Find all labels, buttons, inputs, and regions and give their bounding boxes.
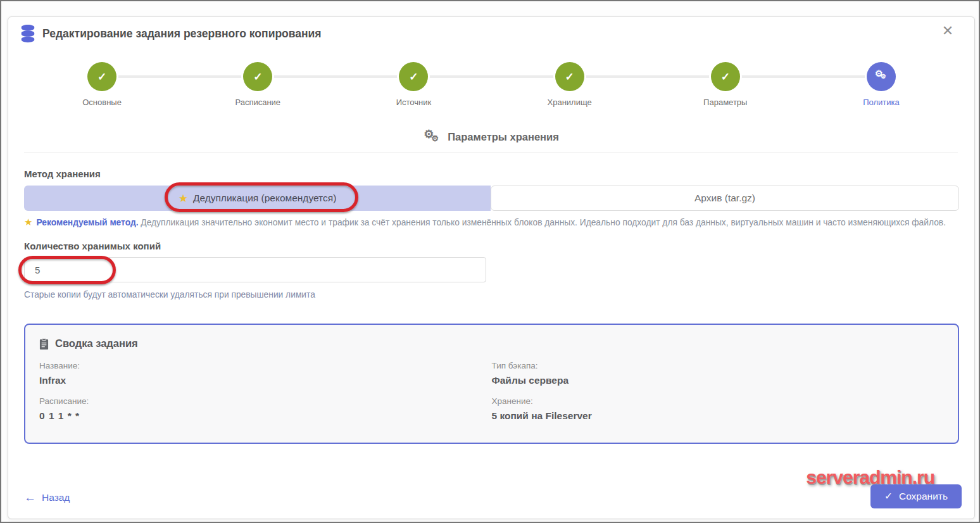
option-deduplication[interactable]: ★ Дедупликация (рекомендуется) (24, 186, 491, 211)
backup-job-edit-dialog: Редактирование задания резервного копиро… (8, 16, 975, 519)
storage-method-toggle: ★ Дедупликация (рекомендуется) Архив (ta… (24, 186, 959, 211)
summary-title: Сводка задания (39, 337, 944, 350)
step-source[interactable]: ✓ Источник (336, 62, 491, 107)
save-button[interactable]: ✓ Сохранить (870, 484, 962, 508)
step-schedule[interactable]: ✓ Расписание (180, 62, 336, 107)
summary-field-retention: Хранение: 5 копий на Fileserver (492, 396, 945, 422)
gears-icon: ⚙⚙ (424, 130, 440, 144)
check-icon: ✓ (884, 491, 893, 502)
copies-label: Количество хранимых копий (24, 241, 161, 251)
close-icon[interactable]: ✕ (938, 21, 958, 41)
step-basics[interactable]: ✓ Основные (24, 62, 180, 107)
job-summary-card: Сводка задания Название: Infrax Тип бэка… (24, 324, 959, 444)
dialog-header: Редактирование задания резервного копиро… (20, 25, 322, 42)
clipboard-icon (39, 338, 49, 350)
check-icon: ✓ (243, 62, 272, 91)
summary-field-name: Название: Infrax (39, 361, 492, 386)
check-icon: ✓ (399, 62, 428, 91)
database-icon (20, 25, 36, 42)
check-icon: ✓ (555, 62, 584, 91)
summary-grid: Название: Infrax Тип бэкапа: Файлы серве… (39, 361, 944, 422)
section-divider (24, 152, 958, 153)
check-icon: ✓ (87, 62, 116, 91)
dialog-title: Редактирование задания резервного копиро… (42, 27, 322, 41)
storage-method-label: Метод хранения (24, 168, 101, 179)
step-policy[interactable]: ⚙⚙ Политика (803, 62, 959, 107)
gears-icon: ⚙⚙ (867, 62, 896, 91)
arrow-left-icon: ← (24, 491, 36, 505)
step-parameters[interactable]: ✓ Параметры (648, 62, 803, 107)
copies-input[interactable] (24, 257, 486, 282)
window-frame: Редактирование задания резервного копиро… (0, 0, 980, 523)
star-icon: ★ (24, 217, 32, 227)
section-title: ⚙⚙ Параметры хранения (8, 130, 974, 144)
step-storage[interactable]: ✓ Хранилище (492, 62, 648, 107)
summary-field-backup-type: Тип бэкапа: Файлы сервера (492, 361, 945, 386)
option-archive[interactable]: Архив (tar.gz) (491, 186, 959, 211)
copies-help-text: Старые копии будут автоматически удалять… (24, 290, 315, 299)
back-button[interactable]: ← Назад (24, 491, 70, 505)
check-icon: ✓ (711, 62, 740, 91)
star-icon: ★ (179, 192, 188, 205)
summary-field-schedule: Расписание: 0 1 1 * * (39, 396, 492, 422)
method-hint: ★Рекомендуемый метод. Дедупликация значи… (24, 217, 946, 228)
wizard-stepper: ✓ Основные ✓ Расписание ✓ Источник ✓ Хра… (24, 62, 959, 120)
